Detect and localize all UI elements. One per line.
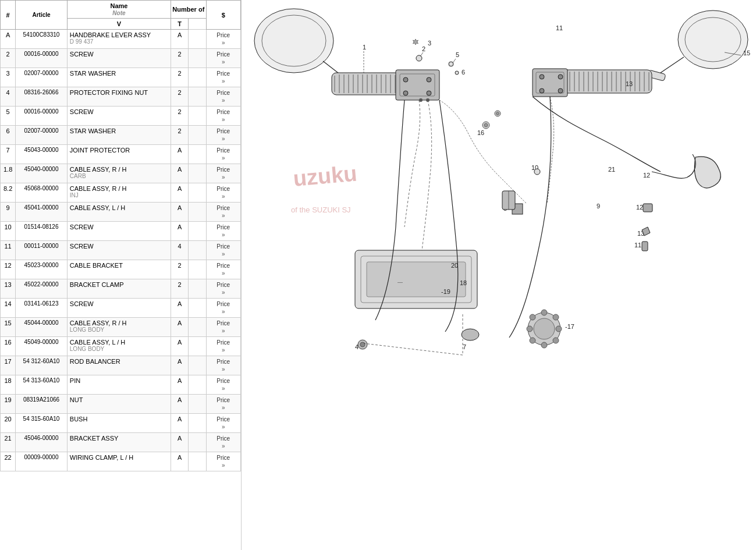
row-number: 19 <box>1 395 16 414</box>
row-price-button[interactable]: Price» <box>206 395 240 414</box>
row-v: 2 <box>171 279 189 299</box>
row-price-button[interactable]: Price» <box>206 318 240 337</box>
table-row: 8.245068-00000CABLE ASSY, R / HINJAPrice… <box>1 183 241 203</box>
row-name: PROTECTOR FIXING NUT <box>67 87 171 107</box>
table-row: 1854 313-60A10PINAPrice» <box>1 375 241 395</box>
row-price-button[interactable]: Price» <box>206 183 240 203</box>
row-t <box>189 164 206 183</box>
svg-point-101 <box>530 314 535 320</box>
row-t <box>189 452 206 471</box>
row-price-button[interactable]: Price» <box>206 241 240 260</box>
table-row: 602007-00000STAR WASHER2Price» <box>1 126 241 145</box>
table-row: 1403141-06123SCREWAPrice» <box>1 299 241 318</box>
row-t <box>189 145 206 164</box>
table-row: A54100C83310HANDBRAKE LEVER ASSYD 99 437… <box>1 30 241 49</box>
row-name: STAR WASHER <box>67 126 171 145</box>
row-number: 16 <box>1 337 16 356</box>
row-name: STAR WASHER <box>67 68 171 87</box>
parts-table-panel: # Article Name Note Number of $ V T A541… <box>0 0 242 550</box>
svg-point-71 <box>540 88 544 93</box>
row-t <box>189 183 206 203</box>
svg-point-69 <box>540 74 544 79</box>
svg-text:21: 21 <box>608 166 615 173</box>
row-price-button[interactable]: Price» <box>206 30 240 49</box>
table-row: 1345022-00000BRACKET CLAMP2Price» <box>1 279 241 299</box>
svg-point-90 <box>360 342 365 347</box>
row-number: 12 <box>1 260 16 279</box>
col-header-v: V <box>67 19 171 30</box>
row-number: 1.8 <box>1 164 16 183</box>
parts-diagram: .diag { fill: none; stroke: #222; stroke… <box>247 6 754 544</box>
row-article: 45041-00000 <box>16 203 68 222</box>
row-v: A <box>171 356 189 375</box>
svg-text:20: 20 <box>451 262 458 269</box>
row-number: 17 <box>1 356 16 375</box>
row-price-button[interactable]: Price» <box>206 49 240 68</box>
col-header-t: T <box>171 19 189 30</box>
row-t <box>189 30 206 49</box>
row-price-button[interactable]: Price» <box>206 164 240 183</box>
row-v: 2 <box>171 49 189 68</box>
row-name: SCREW <box>67 107 171 126</box>
row-number: 4 <box>1 87 16 107</box>
row-price-button[interactable]: Price» <box>206 68 240 87</box>
row-number: 11 <box>1 241 16 260</box>
row-price-button[interactable]: Price» <box>206 337 240 356</box>
row-price-button[interactable]: Price» <box>206 107 240 126</box>
row-v: A <box>171 337 189 356</box>
row-price-button[interactable]: Price» <box>206 145 240 164</box>
row-name: CABLE ASSY, R / HCARB <box>67 164 171 183</box>
row-price-button[interactable]: Price» <box>206 433 240 452</box>
svg-line-36 <box>453 59 456 63</box>
row-price-button[interactable]: Price» <box>206 279 240 299</box>
svg-rect-47 <box>562 70 652 93</box>
svg-text:3: 3 <box>428 40 431 47</box>
row-v: 2 <box>171 107 189 126</box>
svg-text:1: 1 <box>363 44 366 51</box>
diagram-svg: .diag { fill: none; stroke: #222; stroke… <box>247 6 754 541</box>
row-price-button[interactable]: Price» <box>206 452 240 471</box>
svg-point-109 <box>419 98 423 102</box>
row-price-button[interactable]: Price» <box>206 222 240 241</box>
row-v: A <box>171 452 189 471</box>
row-v: A <box>171 395 189 414</box>
row-name: SCREW <box>67 299 171 318</box>
svg-point-118 <box>496 112 499 115</box>
svg-point-93 <box>534 318 555 339</box>
parts-table: # Article Name Note Number of $ V T A541… <box>0 0 241 471</box>
row-price-button[interactable]: Price» <box>206 260 240 279</box>
row-price-button[interactable]: Price» <box>206 299 240 318</box>
row-name: CABLE BRACKET <box>67 260 171 279</box>
row-number: 10 <box>1 222 16 241</box>
svg-text:16: 16 <box>477 129 484 136</box>
row-t <box>189 87 206 107</box>
svg-text:7: 7 <box>463 343 466 350</box>
row-price-button[interactable]: Price» <box>206 126 240 145</box>
row-t <box>189 356 206 375</box>
row-number: 15 <box>1 318 16 337</box>
row-t <box>189 337 206 356</box>
svg-point-116 <box>484 123 488 127</box>
svg-text:2: 2 <box>422 45 425 52</box>
row-article: 54 315-60A10 <box>16 414 68 433</box>
row-article: 45046-00000 <box>16 433 68 452</box>
row-price-button[interactable]: Price» <box>206 203 240 222</box>
svg-point-70 <box>558 74 563 79</box>
row-price-button[interactable]: Price» <box>206 356 240 375</box>
svg-line-112 <box>364 343 463 355</box>
row-name: CABLE ASSY, L / H <box>67 203 171 222</box>
table-row: 1645049-00000CABLE ASSY, L / HLONG BODYA… <box>1 337 241 356</box>
svg-text:12: 12 <box>636 204 643 211</box>
row-price-button[interactable]: Price» <box>206 87 240 107</box>
row-price-button[interactable]: Price» <box>206 414 240 433</box>
svg-point-25 <box>403 91 408 95</box>
col-header-article: Article <box>16 1 68 30</box>
row-t <box>189 279 206 299</box>
row-number: 9 <box>1 203 16 222</box>
svg-text:—: — <box>397 279 403 285</box>
svg-point-95 <box>553 314 559 320</box>
svg-rect-21 <box>396 70 439 100</box>
row-v: A <box>171 145 189 164</box>
row-price-button[interactable]: Price» <box>206 375 240 395</box>
row-name: BRACKET ASSY <box>67 433 171 452</box>
